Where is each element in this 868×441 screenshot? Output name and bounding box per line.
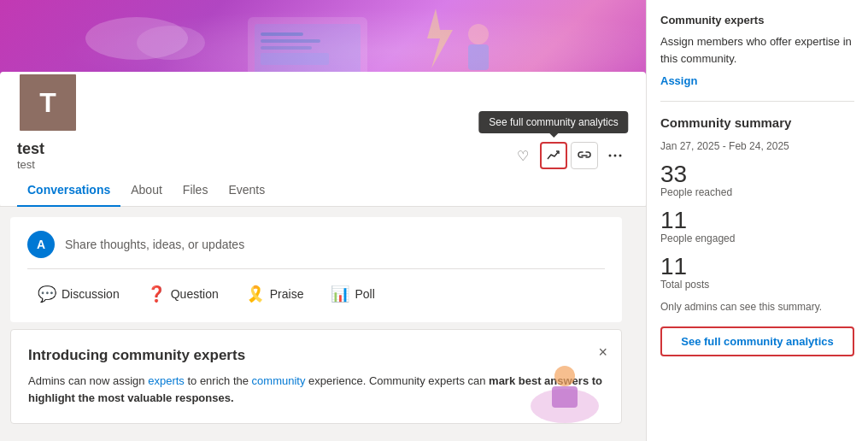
heart-button[interactable]: ♡ xyxy=(509,142,537,169)
svg-point-1 xyxy=(137,26,205,60)
stat-total-posts-label: Total posts xyxy=(660,279,854,291)
post-type-question[interactable]: ❓ Question xyxy=(137,279,229,309)
date-range: Jan 27, 2025 - Feb 24, 2025 xyxy=(660,140,854,152)
avatar: T xyxy=(17,72,79,133)
analytics-button[interactable] xyxy=(540,142,567,169)
see-full-analytics-button[interactable]: See full community analytics xyxy=(660,326,854,356)
analytics-btn-container: See full community analytics xyxy=(540,142,567,169)
stat-people-reached-label: People reached xyxy=(660,186,854,198)
tab-conversations[interactable]: Conversations xyxy=(17,174,120,207)
action-icons: ♡ See full community analytics xyxy=(509,142,629,169)
admin-note: Only admins can see this summary. xyxy=(660,301,854,313)
avatar-section: T xyxy=(0,72,646,133)
svg-rect-9 xyxy=(468,44,489,70)
tab-about[interactable]: About xyxy=(120,174,173,207)
svg-marker-10 xyxy=(427,9,453,68)
svg-rect-6 xyxy=(261,46,312,50)
user-avatar: A xyxy=(27,231,55,258)
tab-events[interactable]: Events xyxy=(218,174,275,207)
svg-rect-4 xyxy=(261,32,303,36)
left-panel-inner: A Share thoughts, ideas, or updates 💬 Di… xyxy=(0,217,632,424)
svg-point-15 xyxy=(554,366,575,386)
post-types: 💬 Discussion ❓ Question 🎗️ Praise 📊 Poll xyxy=(27,269,605,309)
post-input-row: A Share thoughts, ideas, or updates xyxy=(27,231,605,269)
post-input[interactable]: Share thoughts, ideas, or updates xyxy=(65,238,244,251)
post-type-discussion[interactable]: 💬 Discussion xyxy=(27,279,130,309)
post-type-poll[interactable]: 📊 Poll xyxy=(320,279,384,309)
community-title-section: test test xyxy=(17,140,44,171)
banner-person-illustration xyxy=(522,355,607,423)
person-svg xyxy=(522,355,607,423)
assign-description: Assign members who offer expertise in th… xyxy=(660,33,854,67)
svg-rect-5 xyxy=(261,39,320,43)
experts-banner-text: Admins can now assign experts to enrich … xyxy=(28,373,604,406)
experts-link[interactable]: experts xyxy=(148,374,185,387)
discussion-icon: 💬 xyxy=(38,285,56,303)
assign-link[interactable]: Assign xyxy=(660,74,697,87)
svg-rect-16 xyxy=(552,386,578,408)
svg-point-13 xyxy=(619,155,622,157)
tab-files[interactable]: Files xyxy=(173,174,219,207)
community-name: test xyxy=(17,140,44,158)
community-card: T test test ♡ See full community analyti… xyxy=(0,72,646,207)
link-icon xyxy=(578,149,591,162)
community-experts-section: Community experts Assign members who off… xyxy=(660,14,854,102)
more-icon xyxy=(608,154,622,157)
stat-people-engaged-number: 11 xyxy=(660,209,854,232)
community-summary-title: Community summary xyxy=(660,115,854,130)
praise-icon: 🎗️ xyxy=(246,285,265,303)
analytics-icon xyxy=(547,149,560,162)
community-experts-title: Community experts xyxy=(660,14,854,26)
community-subtitle: test xyxy=(17,158,44,171)
svg-point-12 xyxy=(614,155,617,157)
community-link[interactable]: community xyxy=(252,374,306,387)
app-layout: T test test ♡ See full community analyti… xyxy=(0,0,868,441)
community-summary-section: Community summary Jan 27, 2025 - Feb 24,… xyxy=(660,115,854,370)
action-bar: test test ♡ See full community analytics xyxy=(0,133,646,174)
stat-total-posts-number: 11 xyxy=(660,255,854,279)
svg-point-11 xyxy=(609,155,612,157)
link-button[interactable] xyxy=(571,142,598,169)
question-icon: ❓ xyxy=(147,285,166,303)
right-sidebar: Community experts Assign members who off… xyxy=(646,0,868,441)
stat-people-reached-number: 33 xyxy=(660,162,854,186)
experts-banner-title: Introducing community experts xyxy=(28,347,604,364)
nav-tabs: Conversations About Files Events xyxy=(0,174,646,207)
stat-people-engaged-label: People engaged xyxy=(660,232,854,244)
more-button[interactable] xyxy=(601,142,629,169)
post-type-praise[interactable]: 🎗️ Praise xyxy=(236,279,314,309)
experts-banner: × Introducing community experts Admins c… xyxy=(10,329,622,424)
post-box: A Share thoughts, ideas, or updates 💬 Di… xyxy=(10,217,622,322)
main-panel: T test test ♡ See full community analyti… xyxy=(0,0,646,441)
svg-rect-7 xyxy=(261,53,329,65)
poll-icon: 📊 xyxy=(331,285,349,303)
svg-point-8 xyxy=(468,24,489,44)
